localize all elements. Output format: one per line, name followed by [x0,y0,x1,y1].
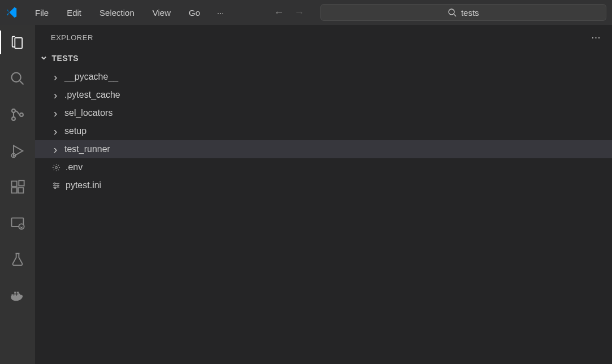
svg-point-25 [54,187,55,188]
chevron-right-icon [51,89,60,102]
tree-item-label: setup [64,126,86,136]
svg-point-13 [19,224,24,229]
svg-point-19 [55,166,57,168]
sidebar-explorer: EXPLORER ··· TESTS __pycache__ .pytest_c… [35,25,612,364]
svg-rect-8 [12,181,17,187]
file-env[interactable]: .env [35,158,612,176]
tree-item-label: test_runner [64,144,110,154]
tree-item-label: .pytest_cache [64,90,120,100]
menu-edit[interactable]: Edit [60,6,88,20]
sidebar-more-actions-icon[interactable]: ··· [591,32,601,44]
svg-point-5 [12,117,15,120]
activity-docker-icon[interactable] [9,287,26,304]
svg-point-6 [20,113,23,116]
menu-selection[interactable]: Selection [93,6,141,20]
svg-rect-10 [18,188,23,193]
folder-sel-locators[interactable]: sel_locators [35,104,612,122]
chevron-right-icon [51,125,60,138]
file-tree: __pycache__ .pytest_cache sel_locators s… [35,67,612,194]
svg-line-3 [20,81,24,85]
file-pytest-ini[interactable]: pytest.ini [35,176,612,194]
svg-point-4 [12,109,15,112]
svg-rect-18 [17,292,19,294]
root-folder-label: TESTS [52,54,79,63]
search-icon [448,8,457,17]
tree-item-label: __pycache__ [64,72,118,82]
folder-test-runner[interactable]: test_runner [35,140,612,158]
explorer-root-folder[interactable]: TESTS [35,50,612,67]
vscode-logo-icon [6,6,18,19]
svg-rect-17 [14,292,16,294]
gear-icon [51,163,61,172]
activity-extensions-icon[interactable] [9,179,26,196]
svg-line-1 [454,14,456,16]
activity-source-control-icon[interactable] [9,106,26,123]
sidebar-header: EXPLORER ··· [35,25,612,50]
settings-lines-icon [51,181,61,190]
activity-run-debug-icon[interactable] [9,142,26,159]
activity-remote-icon[interactable] [9,215,26,232]
nav-forward-icon[interactable]: → [294,7,305,19]
folder-setup[interactable]: setup [35,122,612,140]
menu-go[interactable]: Go [182,6,207,20]
chevron-down-icon [40,52,49,64]
svg-rect-9 [12,188,17,193]
chevron-right-icon [51,71,60,84]
svg-point-2 [12,73,21,82]
svg-point-24 [57,185,58,186]
svg-rect-11 [19,180,24,185]
activity-bar [0,25,35,364]
tree-item-label: pytest.ini [66,180,101,190]
search-value: tests [461,8,479,18]
menu-view[interactable]: View [146,6,177,20]
sidebar-title: EXPLORER [51,33,93,42]
tree-item-label: sel_locators [64,108,112,118]
menu-overflow-icon[interactable]: ··· [211,6,230,20]
tree-item-label: .env [66,162,83,172]
chevron-right-icon [51,107,60,120]
folder-pytest-cache[interactable]: .pytest_cache [35,86,612,104]
command-center-search[interactable]: tests [320,4,606,21]
nav-back-icon[interactable]: ← [274,7,284,19]
titlebar: File Edit Selection View Go ··· ← → test… [0,0,612,25]
chevron-right-icon [51,143,60,156]
activity-testing-icon[interactable] [9,251,26,268]
menu-file[interactable]: File [28,6,55,20]
activity-search-icon[interactable] [9,70,26,87]
folder-pycache[interactable]: __pycache__ [35,68,612,86]
nav-arrows: ← → [274,7,305,19]
svg-point-23 [54,183,55,184]
activity-explorer-icon[interactable] [9,34,26,51]
svg-point-0 [449,9,454,15]
